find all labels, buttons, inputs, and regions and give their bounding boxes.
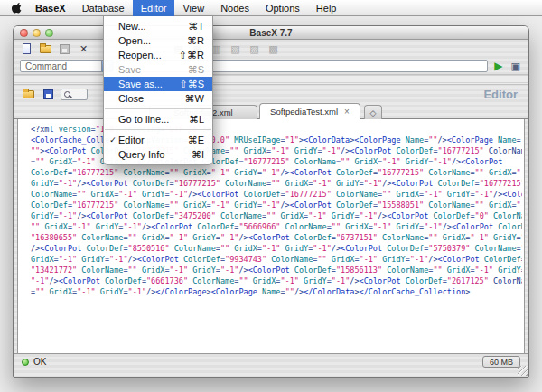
editor-menu: New... ⌘T Open... ⌘R Reopen... ⇧⌘R Save … [103, 16, 213, 165]
menu-item-label: Open... [118, 35, 178, 46]
editor-search[interactable] [61, 89, 88, 100]
menu-item-close[interactable]: Close ⌘W [104, 91, 212, 106]
open-folder-icon [40, 45, 51, 53]
pinstripe-divider [14, 74, 528, 85]
diamond-icon: ◇ [370, 108, 377, 117]
menu-view[interactable]: View [174, 0, 212, 16]
search-icon [64, 91, 70, 98]
command-bar: Command ▼ ▶ ▣ [14, 58, 528, 74]
map-view-icon: ▧ [230, 44, 239, 54]
menu-item-shortcut: ⌘T [188, 21, 204, 33]
code-line: ="" GridX="-1" GridY="-1"/></ColorPage><… [31, 286, 522, 297]
menu-database[interactable]: Database [74, 0, 133, 16]
editor-panel-title: Editor [483, 88, 521, 101]
editor-open-button[interactable] [21, 87, 36, 101]
code-line: ColorDef="16777215" ColorName="" GridX="… [31, 167, 522, 178]
status-bar: OK 60 MB [14, 353, 528, 369]
open-folder-icon [23, 90, 34, 98]
menu-item-shortcut: ⇧⌘S [179, 79, 204, 90]
menu-item-label: Close [118, 93, 176, 104]
menu-item-new[interactable]: New... ⌘T [104, 19, 212, 33]
menu-bar: BaseX Database Editor View Nodes Options… [0, 0, 542, 16]
menu-item-shortcut: ⇧⌘R [179, 50, 204, 61]
menu-item-open[interactable]: Open... ⌘R [104, 33, 212, 48]
code-line: ColorName="" GridX="-1" GridY="-1"/><Col… [31, 189, 522, 200]
menu-item-label: Save [118, 64, 179, 75]
menu-nodes[interactable]: Nodes [212, 0, 257, 16]
menu-help[interactable]: Help [308, 0, 345, 16]
status-text: OK [33, 357, 46, 367]
desktop: BaseX Database Editor View Nodes Options… [0, 0, 542, 392]
menu-item-shortcut: ⌘R [187, 35, 204, 47]
menu-item-shortcut: ⌘L [189, 114, 204, 126]
tab-bar: Softpedia 2.xml SoftpediaTest.xml × ◇ [14, 103, 528, 119]
code-line: GridX="-1" GridY="-1"/><ColorPot ColorDe… [31, 254, 522, 265]
menu-item-editor[interactable]: ✓ Editor ⌘E [104, 133, 212, 147]
save-button[interactable] [57, 42, 72, 56]
open-button[interactable] [38, 42, 53, 56]
code-line: "16380655" ColorName="" GridX="-1" GridY… [31, 232, 522, 243]
code-line: GridY="-1"/><ColorPot ColorDef="3475200"… [31, 210, 522, 221]
view-tree-button[interactable]: ▨ [247, 42, 262, 56]
run-button[interactable]: ▶ [492, 61, 504, 71]
menu-item-label: Reopen... [118, 50, 170, 61]
menu-item-label: Query Info [118, 149, 182, 160]
new-file-icon [23, 43, 31, 54]
code-line: "13421772" ColorName="" GridX="-1" GridY… [31, 265, 522, 275]
menu-options[interactable]: Options [257, 0, 308, 16]
tab-label: SoftpediaTest.xml [270, 107, 338, 117]
save-icon [60, 44, 70, 54]
menu-separator [105, 129, 211, 130]
status-ok-icon [22, 359, 29, 366]
menu-item-label: Go to line... [118, 114, 180, 125]
checkmark-icon: ✓ [107, 135, 118, 145]
save-disk-icon [43, 89, 53, 99]
apple-menu-icon[interactable] [11, 2, 23, 14]
menu-item-shortcut: ⌘W [185, 93, 204, 105]
view-map-button[interactable]: ▧ [228, 42, 243, 56]
command-mode-select[interactable]: Command ▼ [20, 60, 114, 72]
code-line: "" GridX="-1" GridY="-1"/><ColorPot Colo… [31, 221, 522, 232]
menu-item-label: Editor [118, 135, 179, 145]
menu-item-query-info[interactable]: Query Info ⌘I [104, 147, 212, 162]
filter-button[interactable]: ▣ [509, 61, 522, 71]
menu-item-label: New... [118, 21, 179, 32]
menu-item-label: Save as... [118, 79, 170, 89]
menu-item-go-to-line[interactable]: Go to line... ⌘L [104, 112, 212, 126]
explorer-view-icon: ▩ [268, 44, 277, 54]
view-explorer-button[interactable]: ▩ [266, 42, 281, 56]
window-title: BaseX 7.7 [14, 28, 528, 38]
command-mode-label: Command [25, 61, 67, 71]
title-bar[interactable]: BaseX 7.7 [14, 26, 528, 40]
main-toolbar: ✕ ▤ ▦ ▥ ▧ ▨ ▩ [14, 40, 528, 58]
memory-indicator[interactable]: 60 MB [482, 356, 520, 368]
menu-item-shortcut: ⌘E [188, 135, 204, 146]
new-button[interactable] [19, 42, 34, 56]
close-icon: ✕ [79, 44, 88, 54]
resize-grip[interactable] [518, 366, 528, 376]
menu-basex[interactable]: BaseX [27, 0, 74, 16]
tab-softpediatest[interactable]: SoftpediaTest.xml × [259, 103, 360, 119]
editor-lines: <?xml version="1.0" encoding="UTF-16"?><… [18, 119, 524, 297]
close-db-button[interactable]: ✕ [76, 42, 91, 56]
window-bottom-frame [14, 369, 528, 377]
menu-separator [105, 108, 211, 109]
editor-toolbar: Editor [14, 85, 528, 103]
code-line: /><ColorPot ColorDef="8550516" ColorName… [31, 243, 522, 254]
tree-view-icon: ▨ [249, 44, 258, 54]
menu-item-shortcut: ⌘S [188, 64, 204, 76]
code-line: GridY="-1"/><ColorPot ColorDef="16777215… [31, 178, 522, 189]
code-line: "-1"/><ColorPot ColorDef="6661736" Color… [31, 275, 522, 286]
menu-item-save-as[interactable]: Save as... ⇧⌘S [104, 77, 212, 91]
editor-content[interactable]: <?xml version="1.0" encoding="UTF-16"?><… [17, 119, 525, 353]
close-tab-icon[interactable]: × [344, 107, 350, 117]
code-line: ColorDef="16777215" ColorName="" GridX="… [31, 200, 522, 210]
menu-item-shortcut: ⌘I [192, 149, 204, 161]
basex-window: BaseX 7.7 ✕ ▤ ▦ ▥ ▧ ▨ ▩ Command ▼ ▶ ▣ [13, 25, 529, 378]
menu-editor[interactable]: Editor [133, 0, 175, 16]
menu-item-reopen[interactable]: Reopen... ⇧⌘R [104, 48, 212, 62]
new-tab-button[interactable]: ◇ [364, 105, 382, 119]
editor-save-button[interactable] [41, 87, 56, 101]
menu-item-save: Save ⌘S [104, 62, 212, 77]
